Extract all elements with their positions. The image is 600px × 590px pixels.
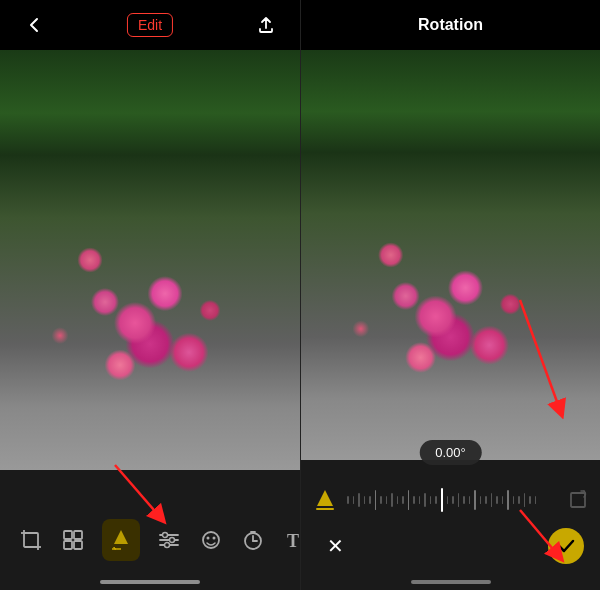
right-header: Rotation [301,0,600,50]
svg-rect-7 [74,531,82,539]
rotation-slider[interactable] [347,480,558,520]
home-indicator-right [411,580,491,584]
arrow-annotation-right [430,280,590,440]
left-photo [0,50,300,470]
svg-rect-8 [64,541,72,549]
svg-marker-27 [317,490,333,506]
svg-line-0 [115,465,160,517]
svg-point-19 [207,537,210,540]
left-image-area [0,50,300,470]
edit-button-area[interactable]: Edit [127,16,173,34]
svg-rect-29 [571,493,585,507]
svg-point-20 [213,537,216,540]
rotate-tool-button[interactable] [94,511,148,569]
share-button[interactable] [248,7,284,43]
back-button[interactable] [16,7,52,43]
svg-rect-1 [24,533,38,547]
adjust-tool-button[interactable] [148,519,190,561]
svg-marker-10 [114,530,128,544]
svg-line-26 [520,300,560,410]
toolbar-icons: T [0,511,300,569]
svg-rect-6 [64,531,72,539]
degree-display: 0.00° [419,440,482,465]
rotation-slider-row [301,460,600,520]
edit-badge[interactable]: Edit [127,13,173,37]
right-controls: 0.00° [301,460,600,590]
confirm-button[interactable] [548,528,584,564]
svg-rect-9 [74,541,82,549]
right-image-area [301,50,600,460]
svg-point-17 [165,543,170,548]
cancel-button[interactable]: ✕ [317,528,353,564]
crop-tool-button[interactable] [10,519,52,561]
beauty-tool-button[interactable] [190,519,232,561]
svg-text:T: T [287,531,299,551]
bottom-buttons: ✕ [301,520,600,580]
left-panel: Edit [0,0,300,590]
rotate-frame-icon[interactable] [566,488,590,512]
home-indicator-left [100,580,200,584]
slider-ticks [347,488,558,512]
right-panel: Rotation 0.00° [300,0,600,590]
svg-point-15 [163,533,168,538]
level-icon-left[interactable] [311,486,339,514]
left-toolbar: T [0,470,300,590]
left-header: Edit [0,0,300,50]
layout-tool-button[interactable] [52,519,94,561]
svg-point-16 [170,538,175,543]
timer-tool-button[interactable] [232,519,274,561]
rotation-title: Rotation [418,16,483,34]
